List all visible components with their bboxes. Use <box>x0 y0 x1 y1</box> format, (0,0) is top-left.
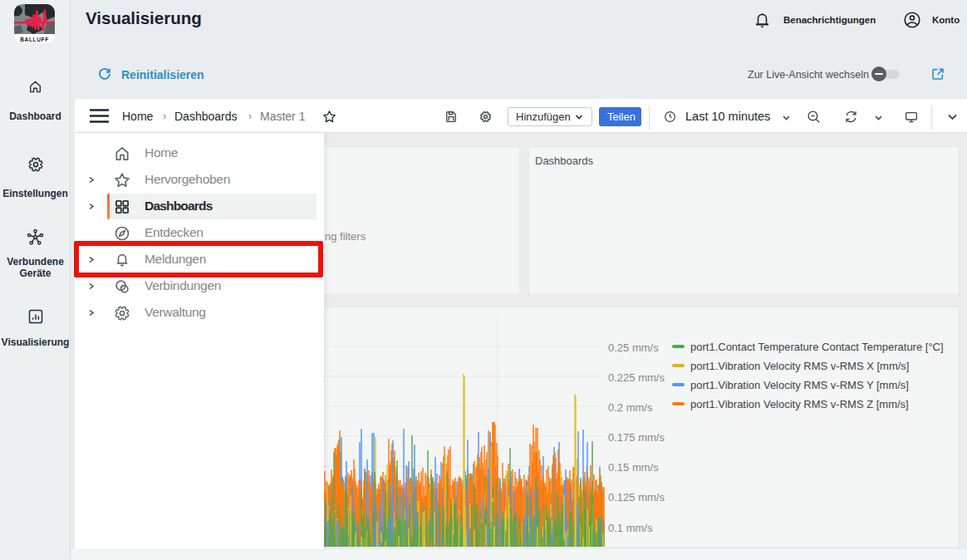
svg-text:BALLUFF: BALLUFF <box>20 37 49 42</box>
